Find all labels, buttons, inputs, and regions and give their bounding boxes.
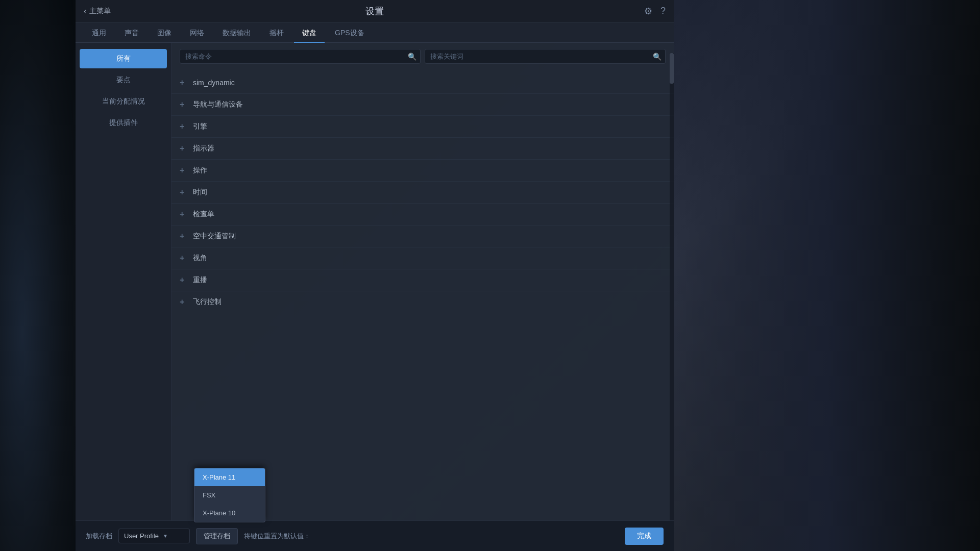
scrollbar-thumb[interactable] <box>670 53 674 84</box>
expand-icon-flight-control: + <box>180 297 188 307</box>
sidebar-item-current[interactable]: 当前分配情况 <box>80 92 167 111</box>
category-label-time: 时间 <box>193 188 207 197</box>
sidebar-item-plugins[interactable]: 提供插件 <box>80 113 167 133</box>
category-replay[interactable]: + 重播 <box>172 269 674 291</box>
profile-dropdown[interactable]: User Profile ▼ <box>118 529 190 543</box>
tab-audio[interactable]: 声音 <box>116 24 147 43</box>
tab-keyboard[interactable]: 键盘 <box>294 24 325 43</box>
category-label-sim-dynamic: sim_dynamic <box>193 79 235 87</box>
category-checklist[interactable]: + 检查单 <box>172 204 674 226</box>
chevron-left-icon: ‹ <box>84 7 86 16</box>
expand-icon-replay: + <box>180 276 188 285</box>
expand-icon-indicators: + <box>180 144 188 153</box>
tab-gps[interactable]: GPS设备 <box>327 24 373 43</box>
profile-dropdown-value: User Profile <box>124 532 159 540</box>
expand-icon-sim-dynamic: + <box>180 78 188 87</box>
dropdown-arrow-icon: ▼ <box>163 533 168 539</box>
load-label: 加载存档 <box>86 532 112 541</box>
command-search-input[interactable] <box>180 49 421 64</box>
tab-data-output[interactable]: 数据输出 <box>214 24 259 43</box>
expand-icon-operations: + <box>180 166 188 175</box>
category-view[interactable]: + 视角 <box>172 247 674 269</box>
category-label-replay: 重播 <box>193 276 207 285</box>
profile-dropdown-popup: X-Plane 11 FSX X-Plane 10 <box>194 468 265 522</box>
back-label: 主菜单 <box>89 7 111 16</box>
category-time[interactable]: + 时间 <box>172 182 674 204</box>
manage-archives-button[interactable]: 管理存档 <box>196 528 238 544</box>
command-search-icon: 🔍 <box>408 53 416 61</box>
dropdown-option-fsx[interactable]: FSX <box>194 486 265 504</box>
sidebar-item-keypoints[interactable]: 要点 <box>80 70 167 90</box>
done-button[interactable]: 完成 <box>625 528 664 545</box>
category-atc[interactable]: + 空中交通管制 <box>172 226 674 247</box>
title-icons: ⚙ ? <box>644 6 666 17</box>
title-bar: ‹ 主菜单 设置 ⚙ ? <box>76 0 674 22</box>
keyword-search-wrapper: 🔍 <box>425 49 666 64</box>
tab-joystick[interactable]: 摇杆 <box>261 24 292 43</box>
tab-bar: 通用 声音 图像 网络 数据输出 摇杆 键盘 GPS设备 <box>76 22 674 43</box>
category-label-engine: 引擎 <box>193 122 207 131</box>
tab-network[interactable]: 网络 <box>182 24 212 43</box>
expand-icon-checklist: + <box>180 210 188 219</box>
tab-general[interactable]: 通用 <box>84 24 114 43</box>
expand-icon-nav-comm: + <box>180 100 188 109</box>
category-label-checklist: 检查单 <box>193 210 214 219</box>
category-sim-dynamic[interactable]: + sim_dynamic <box>172 72 674 94</box>
reset-label: 将键位重置为默认值： <box>244 532 310 541</box>
expand-icon-engine: + <box>180 122 188 131</box>
category-label-flight-control: 飞行控制 <box>193 297 222 307</box>
sidebar: 所有 要点 当前分配情况 提供插件 <box>76 43 172 520</box>
category-nav-comm[interactable]: + 导航与通信设备 <box>172 94 674 116</box>
back-button[interactable]: ‹ 主菜单 <box>84 7 111 16</box>
scrollbar-track[interactable] <box>670 53 674 520</box>
sidebar-item-all[interactable]: 所有 <box>80 49 167 68</box>
search-row: 🔍 🔍 <box>172 43 674 70</box>
category-list: + sim_dynamic + 导航与通信设备 + 引擎 + 指示器 + 操 <box>172 70 674 520</box>
keyword-search-input[interactable] <box>425 49 666 64</box>
category-label-view: 视角 <box>193 254 207 263</box>
category-label-nav-comm: 导航与通信设备 <box>193 100 243 109</box>
expand-icon-atc: + <box>180 232 188 241</box>
bottom-bar: 加载存档 User Profile ▼ 管理存档 将键位重置为默认值： 完成 X… <box>76 520 674 551</box>
expand-icon-view: + <box>180 254 188 263</box>
settings-icon[interactable]: ⚙ <box>644 6 652 17</box>
keyword-search-icon: 🔍 <box>653 53 662 61</box>
page-title: 设置 <box>365 5 384 17</box>
content-area: 所有 要点 当前分配情况 提供插件 🔍 🔍 + <box>76 43 674 520</box>
dropdown-option-xplane11[interactable]: X-Plane 11 <box>194 468 265 486</box>
expand-icon-time: + <box>180 188 188 197</box>
main-content: 🔍 🔍 + sim_dynamic + 导航与通信设备 + <box>172 43 674 520</box>
category-label-atc: 空中交通管制 <box>193 232 236 241</box>
category-indicators[interactable]: + 指示器 <box>172 138 674 160</box>
cockpit-right-panel <box>674 0 980 551</box>
tab-graphics[interactable]: 图像 <box>149 24 180 43</box>
category-label-indicators: 指示器 <box>193 144 214 153</box>
command-search-wrapper: 🔍 <box>180 49 421 64</box>
cockpit-left-panel <box>0 0 76 551</box>
category-flight-control[interactable]: + 飞行控制 <box>172 291 674 313</box>
category-engine[interactable]: + 引擎 <box>172 116 674 138</box>
settings-panel: ‹ 主菜单 设置 ⚙ ? 通用 声音 图像 网络 数据输出 摇杆 键盘 GPS设… <box>76 0 674 551</box>
dropdown-option-xplane10[interactable]: X-Plane 10 <box>194 504 265 522</box>
category-label-operations: 操作 <box>193 166 207 175</box>
help-icon[interactable]: ? <box>660 6 666 16</box>
category-operations[interactable]: + 操作 <box>172 160 674 182</box>
